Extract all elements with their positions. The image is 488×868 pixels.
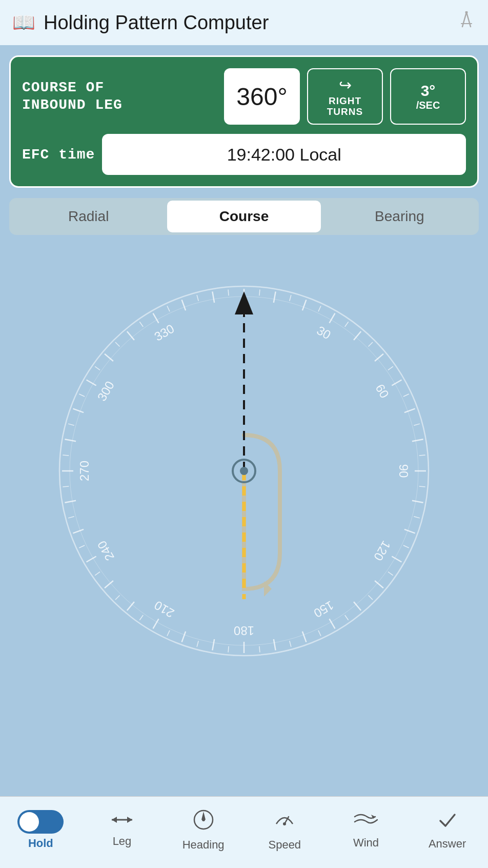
svg-line-45 xyxy=(212,639,214,650)
svg-line-75 xyxy=(182,300,186,310)
svg-text:90: 90 xyxy=(397,464,411,478)
speed-tab-label: Speed xyxy=(268,838,301,852)
svg-line-34 xyxy=(369,596,373,600)
svg-line-59 xyxy=(65,501,76,503)
right-turns-button[interactable]: ↪ RIGHTTURNS xyxy=(307,68,383,125)
right-turns-label: RIGHTTURNS xyxy=(327,96,363,117)
svg-line-48 xyxy=(167,630,170,636)
svg-line-66 xyxy=(79,394,85,397)
svg-line-32 xyxy=(388,572,393,576)
course-label: course ofinbound leg xyxy=(22,79,217,113)
svg-line-39 xyxy=(302,632,307,642)
svg-line-46 xyxy=(197,641,198,647)
svg-line-77 xyxy=(212,291,214,303)
svg-line-65 xyxy=(73,409,84,413)
speed-icon xyxy=(273,808,296,835)
drafting-compass-icon xyxy=(457,11,476,34)
wind-tab-label: Wind xyxy=(353,836,379,850)
svg-line-26 xyxy=(419,486,425,487)
svg-line-30 xyxy=(403,545,409,548)
tab-hold[interactable]: Hold xyxy=(7,810,74,850)
tab-heading[interactable]: Heading xyxy=(170,808,237,852)
svg-line-72 xyxy=(139,322,143,327)
rate-unit: /SEC xyxy=(416,100,440,111)
efc-time-display[interactable]: 19:42:00 Local xyxy=(102,134,466,175)
svg-line-64 xyxy=(68,424,74,425)
svg-text:120: 120 xyxy=(371,539,393,563)
svg-point-95 xyxy=(240,467,248,475)
svg-text:330: 330 xyxy=(152,322,176,344)
compass-display: 0306090120150180210240270300330 xyxy=(0,240,488,702)
svg-line-60 xyxy=(63,486,69,487)
tab-leg[interactable]: Leg xyxy=(89,812,155,848)
svg-line-29 xyxy=(404,529,415,534)
svg-line-70 xyxy=(115,342,119,346)
card-top-row: course ofinbound leg 360° ↪ RIGHTTURNS 3… xyxy=(22,68,466,125)
rate-button[interactable]: 3° /SEC xyxy=(390,68,466,125)
svg-line-16 xyxy=(369,342,373,346)
svg-point-103 xyxy=(283,822,286,825)
svg-text:180: 180 xyxy=(234,624,254,638)
svg-line-52 xyxy=(115,596,119,600)
heading-tab-label: Heading xyxy=(182,838,225,852)
tab-speed[interactable]: Speed xyxy=(251,808,318,852)
svg-text:60: 60 xyxy=(373,382,392,401)
svg-line-47 xyxy=(182,632,186,642)
radial-tab[interactable]: Radial xyxy=(12,201,165,232)
svg-line-36 xyxy=(345,615,349,620)
right-turn-arrow-icon: ↪ xyxy=(339,76,352,94)
svg-line-62 xyxy=(63,455,69,456)
tab-answer[interactable]: Answer xyxy=(414,810,481,851)
svg-marker-98 xyxy=(127,817,132,823)
bearing-tab[interactable]: Bearing xyxy=(323,201,476,232)
svg-line-23 xyxy=(412,439,423,441)
wind-icon xyxy=(353,811,379,833)
course-tab[interactable]: Course xyxy=(167,201,320,232)
answer-checkmark-icon xyxy=(437,810,458,834)
svg-line-8 xyxy=(259,289,260,295)
efc-label: EFC time xyxy=(22,147,95,163)
app-header: 📖 Holding Pattern Computer xyxy=(0,0,488,45)
svg-marker-93 xyxy=(235,291,253,314)
svg-line-14 xyxy=(345,322,349,327)
compass-svg: 0306090120150180210240270300330 xyxy=(0,240,488,702)
svg-line-76 xyxy=(197,295,198,301)
svg-line-20 xyxy=(403,394,409,397)
hold-tab-label: Hold xyxy=(28,837,53,850)
svg-text:240: 240 xyxy=(95,539,117,563)
svg-line-1 xyxy=(466,12,471,27)
svg-text:270: 270 xyxy=(77,461,91,481)
book-icon: 📖 xyxy=(12,12,35,33)
hold-toggle-icon[interactable] xyxy=(17,810,64,834)
svg-text:210: 210 xyxy=(152,598,176,620)
svg-text:150: 150 xyxy=(312,598,336,620)
svg-line-27 xyxy=(412,501,423,503)
app-title: Holding Pattern Computer xyxy=(44,12,449,34)
svg-line-10 xyxy=(290,295,291,301)
svg-line-9 xyxy=(274,291,276,303)
svg-line-38 xyxy=(318,630,321,636)
tab-wind[interactable]: Wind xyxy=(333,811,399,850)
svg-line-63 xyxy=(65,439,76,441)
svg-line-41 xyxy=(274,639,276,650)
heading-icon xyxy=(192,808,215,835)
course-value-display[interactable]: 360° xyxy=(224,68,300,125)
svg-marker-97 xyxy=(112,817,117,823)
svg-point-101 xyxy=(202,818,205,821)
svg-line-44 xyxy=(228,646,229,653)
svg-line-0 xyxy=(462,12,466,27)
svg-line-24 xyxy=(419,455,425,456)
leg-tab-label: Leg xyxy=(113,835,132,848)
svg-line-21 xyxy=(404,409,415,413)
input-card: course ofinbound leg 360° ↪ RIGHTTURNS 3… xyxy=(9,55,479,188)
svg-line-54 xyxy=(95,572,100,576)
svg-text:300: 300 xyxy=(95,379,117,403)
bottom-tab-bar: Hold Leg Heading xyxy=(0,796,488,868)
svg-line-57 xyxy=(73,529,84,534)
answer-tab-label: Answer xyxy=(429,837,466,851)
svg-line-18 xyxy=(388,366,393,370)
svg-line-42 xyxy=(259,646,260,653)
svg-line-12 xyxy=(318,306,321,311)
svg-text:30: 30 xyxy=(314,323,333,342)
svg-line-40 xyxy=(290,641,291,647)
